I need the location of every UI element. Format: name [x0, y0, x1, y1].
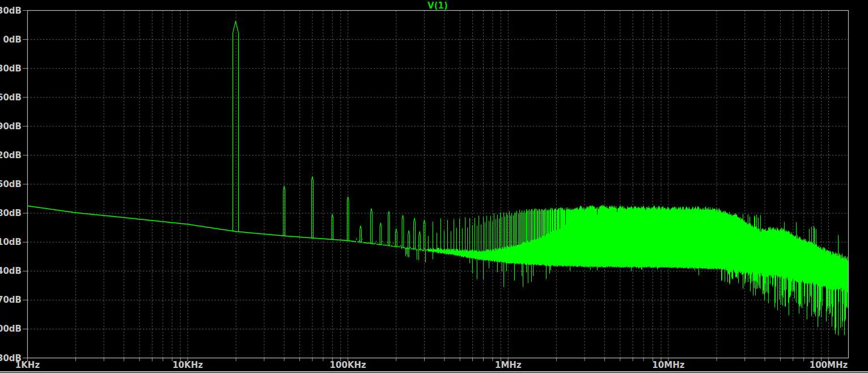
- y-tick-label: -210dB: [0, 237, 22, 247]
- axis-ticks: [23, 11, 829, 362]
- window-bottom-edge: [0, 371, 868, 372]
- y-tick-label: -180dB: [0, 208, 22, 218]
- y-tick-label: -120dB: [0, 150, 22, 160]
- x-tick-label: 100KHz: [314, 361, 382, 370]
- trace-v1-spectrum: [28, 205, 848, 335]
- plot-border: [28, 11, 849, 358]
- y-tick-label: -90dB: [0, 121, 22, 132]
- grid-lines: [28, 11, 849, 358]
- x-tick-label: 10KHz: [154, 361, 222, 370]
- x-tick-label: 100MHz: [795, 361, 863, 370]
- y-tick-label: 0dB: [0, 35, 22, 45]
- y-tick-label: -30dB: [0, 63, 22, 74]
- y-tick-label: -300dB: [0, 324, 22, 334]
- y-tick-label: -60dB: [0, 92, 22, 103]
- x-tick-label: 1MHz: [474, 361, 542, 370]
- plot-window: V(1) 30dB0dB-30dB-60dB-90dB-120dB-150dB-…: [0, 0, 868, 373]
- fft-plot-canvas[interactable]: [0, 0, 868, 373]
- x-tick-label: 10MHz: [634, 361, 702, 370]
- y-tick-label: -270dB: [0, 295, 22, 305]
- trace-v1-harmonics: [283, 176, 425, 251]
- x-tick-label: 1KHz: [0, 361, 62, 370]
- y-tick-label: -240dB: [0, 266, 22, 276]
- y-tick-label: 30dB: [0, 6, 22, 16]
- y-tick-label: -150dB: [0, 179, 22, 189]
